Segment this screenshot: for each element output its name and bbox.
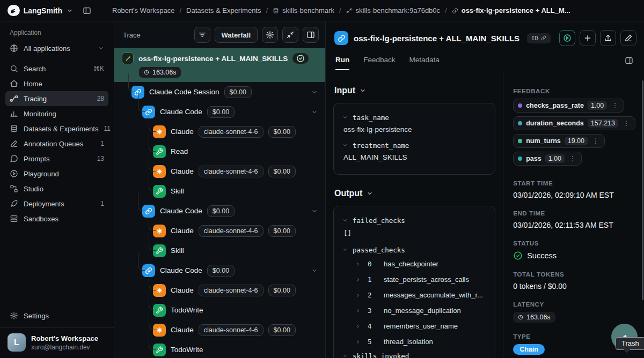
sidebar-item-playground[interactable]: Playground (5, 166, 108, 181)
trace-tree-row[interactable]: Claude Code$0.00 (114, 260, 325, 280)
chevron-down-icon[interactable] (311, 109, 318, 115)
feedback-badge[interactable]: num_turns19.00⋮ (513, 134, 605, 148)
trace-tree-row[interactable]: TodoWrite (114, 300, 325, 320)
chevron-down-icon[interactable] (311, 89, 318, 95)
trace-root-row[interactable]: oss-fix-lg-persistence + ALL_MAIN_SKILLS… (114, 48, 325, 82)
json-empty-array: [] (343, 229, 486, 237)
waterfall-view-button[interactable]: Waterfall (215, 27, 258, 43)
feedback-badge[interactable]: duration_seconds157.213⋮ (513, 116, 635, 130)
output-section-header[interactable]: Output (326, 189, 503, 198)
filter-icon[interactable] (194, 27, 210, 43)
trace-tree-row[interactable]: Claude Code$0.00 (114, 102, 325, 122)
breadcrumb-item[interactable]: Datasets & Experiments (186, 6, 261, 14)
tool-wrench-icon (153, 185, 166, 198)
feedback-name: duration_seconds (526, 120, 584, 127)
add-to-dataset-button[interactable] (580, 30, 596, 46)
json-key-row[interactable]: failed_checks (342, 214, 486, 227)
workspace-avatar: L (8, 333, 26, 352)
breadcrumb-item[interactable]: skills-benchmark (273, 6, 334, 14)
input-section-header[interactable]: Input (326, 86, 503, 95)
sidebar-item-prompts[interactable]: Prompts13 (5, 151, 108, 166)
tab-feedback[interactable]: Feedback (363, 56, 395, 70)
prompts-icon (10, 154, 18, 163)
cost-chip: $0.00 (268, 285, 296, 296)
passed-check-row[interactable]: 2messages_accumulate_with_r... (342, 287, 486, 303)
model-name-chip: claude-sonnet-4-6 (199, 225, 264, 237)
trace-tree-row[interactable]: Skill (114, 241, 325, 260)
breadcrumb-item[interactable]: oss-fix-lg-persistence + ALL_M... (452, 6, 570, 14)
sidebar-item-datasets-experiments[interactable]: Datasets & Experiments11 (5, 121, 108, 136)
passed-check-row[interactable]: 5thread_isolation (342, 334, 486, 349)
passed-check-row[interactable]: 1state_persists_across_calls (342, 272, 486, 287)
tab-run[interactable]: Run (335, 56, 349, 70)
sidebar-item-tracing[interactable]: Tracing28 (5, 91, 108, 106)
sidebar-item-sandboxes[interactable]: Sandboxes (5, 211, 108, 226)
sidebar-item-all-applications[interactable]: All applications (5, 41, 108, 56)
edit-pencil-button[interactable] (620, 30, 636, 46)
json-key-row[interactable]: passed_checks (342, 243, 486, 256)
passed-check-row[interactable]: 4remembers_user_name (342, 318, 486, 334)
sidebar-item-deployments[interactable]: Deployments1 (5, 196, 108, 211)
trace-panel-title: Trace (123, 31, 190, 39)
trace-tree-row[interactable]: Claudeclaude-sonnet-4-6$0.00 (114, 280, 325, 300)
trace-tree-row[interactable]: Read (114, 141, 325, 161)
chevron-down-icon[interactable] (311, 267, 318, 274)
tab-metadata[interactable]: Metadata (409, 56, 440, 70)
link-icon (541, 35, 546, 41)
passed-check-row[interactable]: 0has_checkpointer (342, 256, 486, 272)
cost-chip: $0.00 (224, 86, 252, 98)
datasets-icon (10, 124, 18, 133)
start-time-value: 03/01/2026, 02:09:10 AM EST (513, 191, 635, 199)
sidebar-item-annotation-queues[interactable]: Annotation Queues1 (5, 136, 108, 151)
trace-tree-row[interactable]: Claudeclaude-sonnet-4-6$0.00 (114, 122, 325, 141)
breadcrumb-item[interactable]: Robert's Workspace (112, 6, 174, 14)
sidebar-item-label: Annotation Queues (24, 140, 95, 148)
kebab-menu-icon[interactable]: ⋮ (591, 137, 600, 145)
json-key-row[interactable]: skills_invoked (342, 349, 486, 358)
breadcrumb-separator: / (445, 6, 447, 14)
sidebar-item-studio[interactable]: Studio (5, 181, 108, 196)
trace-tree-row[interactable]: Skill (114, 181, 325, 201)
breadcrumb-item[interactable]: skills-benchmark:9a76db0c (346, 6, 441, 14)
json-key-row[interactable]: task_name (342, 111, 486, 124)
json-key-row[interactable]: treatment_name (342, 139, 486, 152)
run-id-badge[interactable]: ID (527, 33, 551, 43)
brand-chevron-down-icon[interactable] (67, 8, 73, 14)
sidebar-item-home[interactable]: Home (5, 76, 108, 91)
trace-tree-row[interactable]: Claudeclaude-sonnet-4-6$0.00 (114, 320, 325, 340)
details-panel-toggle-icon[interactable] (623, 54, 635, 67)
trace-panel-toggle-icon[interactable] (303, 27, 319, 43)
trace-tree-row[interactable]: Claude Code$0.00 (114, 201, 325, 221)
run-details-panel: oss-fix-lg-persistence + ALL_MAIN_SKILLS… (326, 21, 644, 358)
sidebar-item-settings[interactable]: Settings (5, 308, 108, 323)
sidebar-item-search[interactable]: Search⌘K (5, 61, 108, 76)
sidebar-item-monitoring[interactable]: Monitoring (5, 106, 108, 121)
kebab-menu-icon[interactable]: ⋮ (611, 102, 619, 109)
trace-row-label: Skill (171, 247, 184, 255)
input-section-title: Input (334, 86, 355, 95)
window-scrollbar[interactable] (642, 80, 643, 300)
trace-tree-row[interactable]: TodoWrite (114, 340, 325, 358)
chevron-down-icon[interactable] (311, 208, 318, 214)
trace-settings-gear-icon[interactable] (262, 27, 278, 43)
kebab-menu-icon[interactable]: ⋮ (568, 155, 577, 162)
passed-check-row[interactable]: 3no_message_duplication (342, 303, 486, 318)
kebab-menu-icon[interactable]: ⋮ (622, 120, 631, 127)
trace-tree-row[interactable]: Claudeclaude-sonnet-4-6$0.00 (114, 221, 325, 241)
brand-name[interactable]: LangSmith (24, 6, 62, 15)
collapse-arrows-icon[interactable] (282, 27, 298, 43)
trace-tree-row[interactable]: Claudeclaude-sonnet-4-6$0.00 (114, 161, 325, 181)
feedback-badge[interactable]: checks_pass_rate1.00⋮ (513, 99, 624, 113)
chevron-down-icon (360, 87, 366, 94)
share-button[interactable] (600, 30, 616, 46)
trace-row-label: Skill (171, 187, 184, 195)
trace-tree-row[interactable]: Claude Code Session$0.00 (114, 82, 325, 102)
sidebar-toggle-icon[interactable] (80, 4, 93, 17)
workspace-switcher[interactable]: L Robert's Workspace xuro@langchain.dev (0, 327, 114, 358)
sidebar-item-count: 28 (97, 95, 104, 102)
playground-run-button[interactable] (559, 30, 575, 46)
annotation-icon (10, 139, 18, 148)
trace-row-label: Claude (171, 326, 194, 334)
feedback-badge[interactable]: pass1.00⋮ (513, 152, 582, 166)
check-index: 5 (368, 338, 384, 346)
